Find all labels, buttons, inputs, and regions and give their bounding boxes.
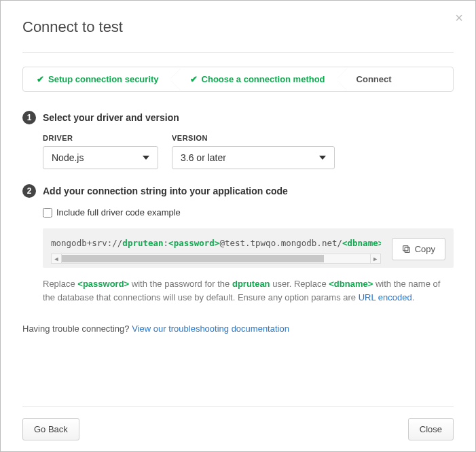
check-icon: ✔	[37, 74, 44, 84]
step-label: Choose a connection method	[202, 74, 325, 84]
version-value: 3.6 or later	[181, 152, 226, 163]
section-title: Select your driver and version	[43, 112, 179, 123]
connect-modal: × Connect to test ✔ Setup connection sec…	[0, 0, 476, 452]
troubleshooting-link[interactable]: View our troubleshooting documentation	[132, 324, 289, 334]
scroll-right-icon[interactable]: ►	[370, 254, 380, 263]
section-title: Add your connection string into your app…	[43, 186, 288, 196]
modal-title: Connect to test	[22, 18, 454, 36]
driver-label: DRIVER	[43, 134, 158, 142]
copy-icon	[402, 245, 411, 254]
horizontal-scrollbar[interactable]: ◄ ►	[51, 254, 381, 264]
go-back-button[interactable]: Go Back	[22, 418, 79, 440]
section-driver: 1 Select your driver and version DRIVER …	[22, 111, 454, 169]
breadcrumb: ✔ Setup connection security ✔ Choose a c…	[22, 67, 454, 92]
close-button[interactable]: Close	[408, 418, 454, 440]
driver-value: Node.js	[52, 152, 84, 163]
section-connstring: 2 Add your connection string into your a…	[22, 184, 454, 305]
version-select[interactable]: 3.6 or later	[172, 146, 335, 169]
scroll-track[interactable]	[62, 254, 370, 263]
connection-note: Replace <password> with the password for…	[43, 277, 454, 305]
include-full-example-checkbox[interactable]	[43, 208, 52, 218]
step-number-badge: 2	[22, 184, 36, 198]
step-connect: Connect	[337, 67, 404, 91]
connection-string-box: mongodb+srv://dprutean:<password>@test.t…	[43, 228, 454, 268]
chevron-down-icon	[319, 156, 326, 160]
troubleshoot-row: Having trouble connecting? View our trou…	[22, 324, 454, 334]
divider	[22, 52, 454, 53]
step-setup-security[interactable]: ✔ Setup connection security	[23, 67, 171, 91]
close-icon[interactable]: ×	[455, 10, 463, 26]
copy-label: Copy	[415, 244, 435, 254]
chevron-down-icon	[143, 156, 149, 160]
checkbox-label: Include full driver code example	[56, 207, 181, 218]
driver-select[interactable]: Node.js	[43, 146, 158, 169]
modal-footer: Go Back Close	[22, 406, 454, 440]
connection-string[interactable]: mongodb+srv://dprutean:<password>@test.t…	[51, 238, 381, 254]
copy-button[interactable]: Copy	[392, 238, 445, 260]
step-label: Connect	[356, 74, 392, 84]
svg-rect-0	[405, 247, 409, 252]
check-icon: ✔	[190, 74, 198, 84]
step-label: Setup connection security	[48, 74, 159, 84]
svg-rect-1	[403, 246, 407, 251]
url-encoded-link[interactable]: URL encoded	[359, 292, 412, 302]
step-number-badge: 1	[22, 111, 36, 124]
version-label: VERSION	[172, 134, 335, 142]
step-choose-method[interactable]: ✔ Choose a connection method	[171, 67, 337, 91]
scroll-left-icon[interactable]: ◄	[52, 254, 62, 263]
scroll-thumb[interactable]	[62, 255, 324, 262]
